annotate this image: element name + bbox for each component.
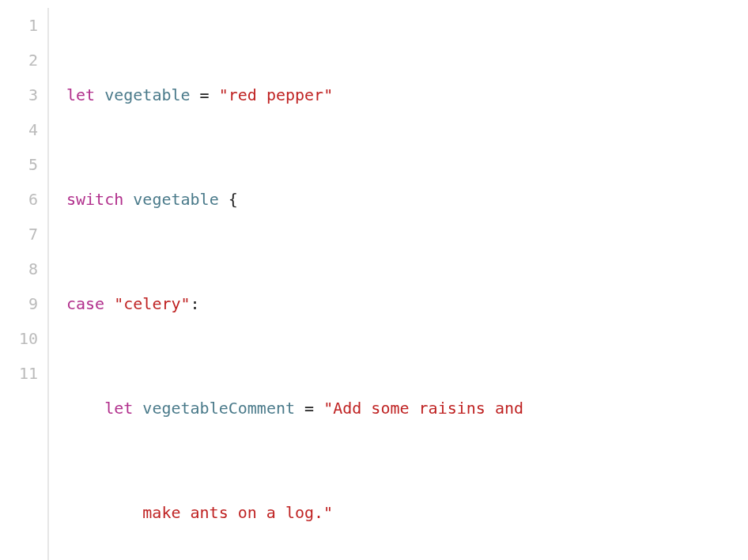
string-quote: " xyxy=(323,85,333,104)
code-line: let vegetable = "red pepper" xyxy=(66,78,748,112)
string-literal: celery xyxy=(123,294,180,313)
line-number: 10 xyxy=(0,321,38,356)
line-number: 8 xyxy=(0,252,38,286)
code-line-wrap: make ants on a log." xyxy=(66,495,748,530)
string-quote: " xyxy=(323,503,333,522)
code-block: 1 2 3 4 5 6 7 8 9 10 11 let vegetable = … xyxy=(0,0,748,560)
line-number: 7 xyxy=(0,217,38,252)
left-brace: { xyxy=(229,190,238,209)
identifier: vegetable xyxy=(104,85,190,104)
string-quote: " xyxy=(181,294,191,313)
keyword-let: let xyxy=(66,85,95,104)
string-quote: " xyxy=(114,294,123,313)
identifier: vegetable xyxy=(133,190,218,209)
line-number: 1 xyxy=(0,8,38,43)
string-quote: " xyxy=(323,399,333,418)
line-number: 6 xyxy=(0,182,38,217)
code-content[interactable]: let vegetable = "red pepper" switch vege… xyxy=(66,8,748,560)
string-literal: make ants on a log. xyxy=(142,503,323,522)
identifier: vegetableComment xyxy=(142,399,295,418)
line-number: 5 xyxy=(0,147,38,182)
string-literal: Add some raisins and xyxy=(333,399,523,418)
line-number-gutter: 1 2 3 4 5 6 7 8 9 10 11 xyxy=(0,8,49,560)
code-line: switch vegetable { xyxy=(66,182,748,217)
equals-operator: = xyxy=(200,85,210,104)
equals-operator: = xyxy=(304,399,314,418)
code-line: case "celery": xyxy=(66,286,748,321)
line-number: 9 xyxy=(0,286,38,321)
keyword-let: let xyxy=(104,399,133,418)
line-number: 3 xyxy=(0,78,38,112)
keyword-switch: switch xyxy=(66,190,123,209)
code-line: let vegetableComment = "Add some raisins… xyxy=(66,391,748,426)
line-number: 11 xyxy=(0,356,38,391)
line-number: 4 xyxy=(0,112,38,147)
string-quote: " xyxy=(219,85,229,104)
line-number: 2 xyxy=(0,43,38,78)
string-literal: red pepper xyxy=(229,85,323,104)
colon: : xyxy=(191,294,200,313)
keyword-case: case xyxy=(66,294,104,313)
